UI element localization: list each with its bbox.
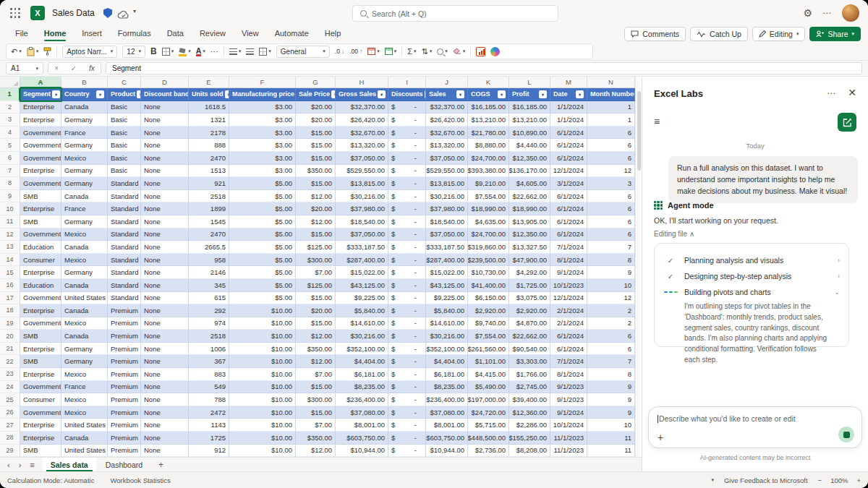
cell[interactable]: $10.00	[229, 419, 296, 432]
row-header-23[interactable]: 23	[0, 368, 20, 381]
row-header-3[interactable]: 3	[0, 114, 20, 127]
cell[interactable]: France	[61, 127, 108, 140]
header-cell[interactable]: Manufacturing price▾	[229, 88, 296, 101]
header-cell[interactable]: Date▾	[550, 88, 587, 101]
cell[interactable]: $-	[388, 228, 426, 241]
cell[interactable]: Premium	[108, 381, 141, 394]
cell[interactable]: $37,080.00	[426, 406, 468, 419]
cell[interactable]: Mexico	[61, 393, 108, 406]
cell[interactable]: 8	[587, 368, 635, 381]
column-header-C[interactable]: C	[108, 77, 141, 88]
cell[interactable]: None	[141, 165, 189, 178]
new-chat-button[interactable]	[838, 113, 856, 132]
column-header-M[interactable]: M	[550, 77, 587, 88]
cell[interactable]: 549	[189, 381, 229, 394]
cell[interactable]: 7	[587, 355, 635, 368]
row-header-2[interactable]: 2	[0, 101, 20, 114]
cell[interactable]: Education	[20, 241, 61, 254]
row-header-25[interactable]: 25	[0, 393, 20, 406]
cell[interactable]: $1,101.00	[468, 355, 509, 368]
cell[interactable]: Education	[20, 279, 61, 292]
cell[interactable]: $-	[388, 368, 426, 381]
row-header-14[interactable]: 14	[0, 254, 20, 267]
clear-button[interactable]: ▾	[453, 48, 466, 55]
cell[interactable]: $352,100.00	[426, 343, 468, 356]
cell[interactable]: $22,662.00	[509, 190, 550, 203]
cell[interactable]: $15.00	[296, 406, 336, 419]
align-button[interactable]: ▾	[229, 48, 242, 55]
cell[interactable]: $8,880.00	[468, 139, 509, 152]
cell[interactable]: $12.00	[296, 355, 336, 368]
cell[interactable]: $236,400.00	[426, 393, 468, 406]
cell[interactable]: Government	[20, 381, 61, 394]
cell[interactable]: $3,075.00	[509, 292, 550, 305]
cell[interactable]: $3.00	[229, 139, 296, 152]
cell[interactable]: Canada	[61, 432, 108, 445]
cell[interactable]: $13,210.00	[509, 114, 550, 127]
cell[interactable]: None	[141, 355, 189, 368]
next-sheet-icon[interactable]: ›	[19, 461, 22, 469]
cell[interactable]: 9/1/2023	[550, 393, 587, 406]
cell[interactable]: $4,404.00	[336, 355, 388, 368]
borders-button[interactable]: ▾	[162, 48, 174, 56]
cell[interactable]: $13,815.00	[336, 177, 388, 190]
cell[interactable]: 9/1/2024	[550, 406, 587, 419]
filter-button[interactable]: ▾	[96, 90, 104, 98]
cell[interactable]: 6	[587, 228, 635, 241]
row-header-16[interactable]: 16	[0, 279, 20, 292]
cell[interactable]: $20.00	[296, 114, 336, 127]
cell[interactable]: 1006	[189, 343, 229, 356]
cell[interactable]: $15.00	[296, 317, 336, 330]
cell[interactable]: None	[141, 406, 189, 419]
cell[interactable]: 6	[587, 202, 635, 215]
cell[interactable]: Premium	[108, 368, 141, 381]
filter-button[interactable]: ▾	[498, 90, 506, 98]
cell[interactable]: $529,550.00	[336, 165, 388, 178]
cell[interactable]: None	[141, 393, 189, 406]
column-header-H[interactable]: H	[336, 77, 388, 88]
cell[interactable]: 958	[189, 254, 229, 267]
cell[interactable]: $603,750.00	[426, 432, 468, 445]
cell[interactable]: $603,750.00	[336, 432, 388, 445]
cell[interactable]: None	[141, 241, 189, 254]
filter-button[interactable]: ▾	[456, 90, 464, 98]
cell[interactable]: $2,745.00	[509, 381, 550, 394]
cell[interactable]: Consumer	[20, 393, 61, 406]
cell[interactable]: 6/1/2024	[550, 228, 587, 241]
cell[interactable]: $12.00	[296, 330, 336, 343]
cell[interactable]: $-	[388, 165, 426, 178]
cell[interactable]: 12/1/2024	[550, 292, 587, 305]
vertical-scrollbar[interactable]	[635, 77, 641, 457]
cell[interactable]: 11/1/2023	[550, 445, 587, 457]
cell[interactable]: $37,080.00	[336, 406, 388, 419]
cell[interactable]: Premium	[108, 330, 141, 343]
title-chevron-icon[interactable]: ▾	[133, 8, 136, 14]
cell[interactable]: Basic	[108, 165, 141, 178]
cell[interactable]: $43,125.00	[426, 279, 468, 292]
cell[interactable]: None	[141, 114, 189, 127]
cell[interactable]: Premium	[108, 445, 141, 457]
cell[interactable]: $2,286.00	[509, 419, 550, 432]
cell[interactable]: 6/1/2024	[550, 330, 587, 343]
cell[interactable]: $10,944.00	[426, 445, 468, 457]
cell[interactable]: None	[141, 292, 189, 305]
cell[interactable]: $6,181.00	[426, 368, 468, 381]
cell[interactable]: None	[141, 317, 189, 330]
sort-filter-button[interactable]: ⇅▾	[422, 47, 433, 56]
row-header-21[interactable]: 21	[0, 343, 20, 356]
cell[interactable]: $9,225.00	[426, 292, 468, 305]
comments-button[interactable]: Comments	[624, 27, 686, 41]
panel-more-icon[interactable]: ⋯	[827, 88, 836, 98]
cell[interactable]: $-	[388, 381, 426, 394]
cell[interactable]: $5,840.00	[426, 304, 468, 317]
cell[interactable]: United States	[61, 292, 108, 305]
cell[interactable]: Enterprise	[20, 114, 61, 127]
cell[interactable]: 888	[189, 139, 229, 152]
column-header-L[interactable]: L	[509, 77, 550, 88]
cell[interactable]: $30,216.00	[426, 330, 468, 343]
add-sheet-button[interactable]: +	[151, 458, 171, 471]
cell[interactable]: Enterprise	[20, 419, 61, 432]
cell[interactable]: $15.00	[296, 152, 336, 165]
cell[interactable]: 2/1/2024	[550, 304, 587, 317]
insert-cells-button[interactable]: ▾	[385, 48, 397, 55]
